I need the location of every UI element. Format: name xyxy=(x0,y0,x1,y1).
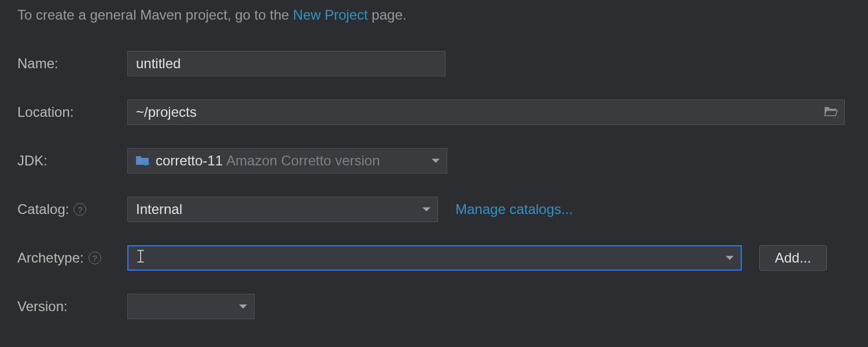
archetype-dropdown[interactable] xyxy=(127,245,742,271)
version-dropdown[interactable] xyxy=(127,294,255,319)
manage-catalogs-link[interactable]: Manage catalogs... xyxy=(455,201,573,217)
chevron-down-icon xyxy=(422,208,431,212)
row-jdk: JDK: corretto-11 Amazon Corretto version xyxy=(17,148,851,174)
location-input[interactable] xyxy=(127,99,845,125)
new-project-link[interactable]: New Project xyxy=(293,7,367,23)
label-archetype: Archetype: ? xyxy=(17,250,127,266)
row-version: Version: xyxy=(17,294,851,319)
help-icon[interactable]: ? xyxy=(73,203,86,216)
jdk-subtext: Amazon Corretto version xyxy=(226,153,380,169)
row-location: Location: xyxy=(17,99,851,125)
label-version: Version: xyxy=(17,298,127,315)
label-name: Name: xyxy=(17,56,127,72)
chevron-down-icon xyxy=(726,256,734,260)
folder-open-icon[interactable] xyxy=(824,104,838,120)
row-catalog: Catalog: ? Internal Manage catalogs... xyxy=(17,197,851,222)
hint-suffix: page. xyxy=(368,7,407,23)
add-button[interactable]: Add... xyxy=(759,245,827,271)
label-catalog: Catalog: ? xyxy=(17,201,127,217)
hint-prefix: To create a general Maven project, go to… xyxy=(17,7,293,23)
jdk-dropdown[interactable]: corretto-11 Amazon Corretto version xyxy=(127,148,447,174)
chevron-down-icon xyxy=(432,159,440,163)
label-archetype-text: Archetype: xyxy=(17,250,84,266)
maven-hint: To create a general Maven project, go to… xyxy=(17,7,851,23)
name-input[interactable] xyxy=(127,51,446,76)
catalog-value: Internal xyxy=(136,201,182,217)
label-catalog-text: Catalog: xyxy=(17,201,69,217)
text-cursor-icon xyxy=(137,250,145,266)
chevron-down-icon xyxy=(239,305,247,309)
row-archetype: Archetype: ? Add... xyxy=(17,245,851,271)
help-icon[interactable]: ? xyxy=(89,252,101,264)
jdk-name: corretto-11 xyxy=(156,153,223,169)
jdk-folder-icon xyxy=(136,155,150,167)
label-location: Location: xyxy=(17,104,127,120)
catalog-dropdown[interactable]: Internal xyxy=(127,197,438,222)
row-name: Name: xyxy=(17,51,851,76)
label-jdk: JDK: xyxy=(17,153,127,169)
